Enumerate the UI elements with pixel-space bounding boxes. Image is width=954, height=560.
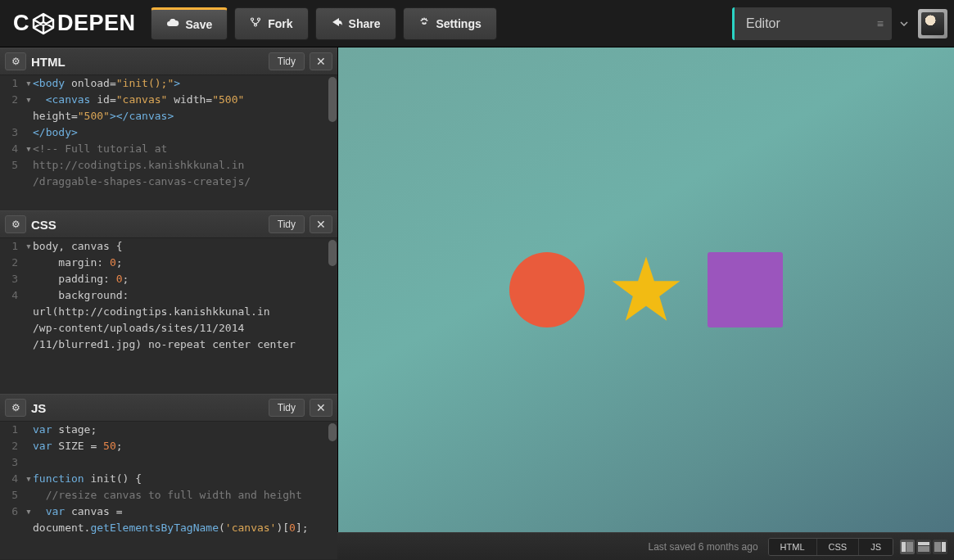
svg-rect-3 bbox=[918, 542, 929, 545]
view-selector-label: Editor bbox=[746, 16, 780, 31]
layout-top-icon bbox=[918, 542, 929, 552]
css-editor[interactable]: 1▾body, canvas { 2 margin: 0; 3 padding:… bbox=[0, 238, 337, 394]
gear-icon: ⚙ bbox=[11, 56, 20, 67]
save-button[interactable]: Save bbox=[151, 7, 228, 40]
html-tidy-button[interactable]: Tidy bbox=[269, 52, 305, 70]
layout-right-button[interactable] bbox=[933, 540, 947, 554]
gear-icon: ⚙ bbox=[11, 219, 20, 230]
header-caret-button[interactable] bbox=[895, 7, 913, 40]
square-shape[interactable] bbox=[708, 252, 783, 327]
toggle-html[interactable]: HTML bbox=[769, 539, 817, 555]
last-saved-text: Last saved 6 months ago bbox=[648, 541, 757, 553]
toggle-css[interactable]: CSS bbox=[817, 539, 860, 555]
chevron-down-icon bbox=[900, 21, 908, 26]
codepen-logo[interactable]: C DEPEN bbox=[13, 11, 136, 36]
svg-marker-0 bbox=[613, 257, 680, 321]
css-pane-header: ⚙ CSS Tidy ✕ bbox=[0, 210, 337, 238]
gear-icon: ⚙ bbox=[11, 402, 20, 413]
layout-right-icon bbox=[934, 542, 946, 552]
star-icon bbox=[609, 253, 683, 327]
css-settings-button[interactable]: ⚙ bbox=[5, 215, 26, 233]
main-area: ⚙ HTML Tidy ✕ 1▾<body onload="init();"> … bbox=[0, 47, 954, 532]
js-editor[interactable]: 1 var stage; 2 var SIZE = 50; 3 4▾functi… bbox=[0, 422, 337, 559]
fork-button[interactable]: Fork bbox=[234, 7, 308, 40]
menu-bars-icon: ≡ bbox=[877, 17, 884, 30]
editor-column: ⚙ HTML Tidy ✕ 1▾<body onload="init();"> … bbox=[0, 47, 338, 532]
layout-top-button[interactable] bbox=[916, 540, 931, 554]
css-tidy-button[interactable]: Tidy bbox=[269, 215, 305, 233]
close-icon: ✕ bbox=[316, 55, 326, 68]
js-pane-header: ⚙ JS Tidy ✕ bbox=[0, 394, 337, 422]
cloud-icon bbox=[166, 18, 179, 31]
html-settings-button[interactable]: ⚙ bbox=[5, 52, 26, 70]
save-label: Save bbox=[186, 18, 213, 31]
fork-label: Fork bbox=[268, 17, 292, 30]
toggle-js[interactable]: JS bbox=[859, 539, 893, 555]
layout-left-button[interactable] bbox=[900, 540, 915, 554]
js-tidy-button[interactable]: Tidy bbox=[269, 399, 305, 417]
preview-pane[interactable] bbox=[338, 47, 954, 532]
js-settings-button[interactable]: ⚙ bbox=[5, 399, 26, 417]
logo-cube-icon bbox=[31, 11, 56, 36]
logo-text-left: C bbox=[13, 11, 29, 36]
css-scrollbar[interactable] bbox=[328, 240, 337, 266]
avatar[interactable] bbox=[918, 9, 947, 38]
share-label: Share bbox=[349, 17, 381, 30]
star-shape[interactable] bbox=[609, 253, 683, 327]
svg-rect-6 bbox=[942, 542, 946, 552]
html-pane-header: ⚙ HTML Tidy ✕ bbox=[0, 47, 337, 75]
view-selector[interactable]: Editor ≡ bbox=[732, 7, 892, 40]
css-close-button[interactable]: ✕ bbox=[310, 215, 332, 233]
gear-icon bbox=[418, 16, 430, 30]
html-scrollbar[interactable] bbox=[328, 77, 337, 122]
html-editor[interactable]: 1▾<body onload="init();"> 2▾ <canvas id=… bbox=[0, 75, 337, 210]
layout-left-icon bbox=[902, 542, 913, 552]
layout-icons bbox=[900, 540, 947, 554]
share-icon bbox=[331, 16, 342, 30]
editor-toggle-group: HTML CSS JS bbox=[768, 538, 893, 556]
fork-icon bbox=[250, 16, 261, 30]
settings-label: Settings bbox=[436, 17, 482, 30]
share-button[interactable]: Share bbox=[315, 7, 396, 40]
header-bar: C DEPEN Save Fork Share Settings Editor … bbox=[0, 0, 954, 47]
circle-shape[interactable] bbox=[509, 252, 585, 327]
svg-rect-4 bbox=[918, 546, 929, 552]
svg-rect-5 bbox=[934, 542, 941, 552]
html-pane-title: HTML bbox=[31, 55, 264, 69]
close-icon: ✕ bbox=[316, 401, 326, 414]
js-pane-title: JS bbox=[31, 401, 264, 415]
css-pane-title: CSS bbox=[31, 218, 264, 232]
svg-rect-2 bbox=[907, 542, 913, 552]
close-icon: ✕ bbox=[316, 218, 326, 231]
js-scrollbar[interactable] bbox=[328, 423, 337, 441]
canvas-shapes bbox=[509, 252, 783, 327]
settings-button[interactable]: Settings bbox=[403, 7, 497, 40]
html-close-button[interactable]: ✕ bbox=[310, 52, 332, 70]
svg-rect-1 bbox=[902, 542, 906, 552]
js-close-button[interactable]: ✕ bbox=[310, 399, 332, 417]
logo-text-right: DEPEN bbox=[57, 11, 136, 36]
